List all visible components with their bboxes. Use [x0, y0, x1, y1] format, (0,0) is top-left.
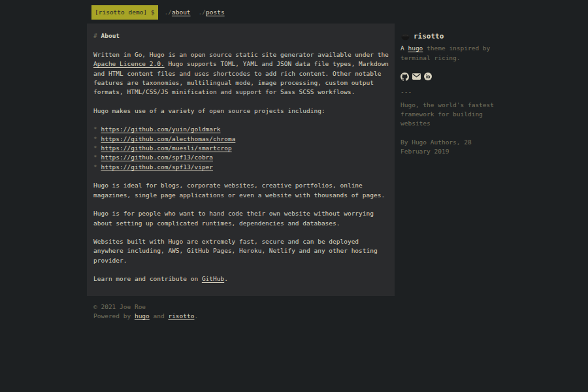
text-segment: .	[224, 275, 228, 282]
link-https-github-com-yuin-goldmark[interactable]: https://github.com/yuin/goldmark	[101, 125, 220, 133]
prompt-badge: [risotto demo] $	[91, 5, 158, 20]
heading-hash: #	[93, 32, 97, 39]
text-segment: Written in Go, Hugo is an open source st…	[93, 51, 389, 58]
link-risotto[interactable]: risotto	[168, 312, 194, 319]
text-segment: Hugo makes use of a variety of open sour…	[93, 107, 325, 114]
sidebar-title-row: risotto	[400, 31, 501, 41]
nav-label-posts: posts	[206, 8, 225, 16]
social-links-row	[400, 72, 501, 81]
nav-label-about: about	[172, 8, 191, 16]
main-content-panel: # About Written in Go, Hugo is an open s…	[87, 24, 395, 295]
bullet: *	[93, 144, 97, 152]
link-https-github-com-alecthomas-chroma[interactable]: https://github.com/alecthomas/chroma	[101, 135, 235, 142]
sidebar-site-title: risotto	[414, 32, 444, 41]
page: [risotto demo] $ ./about ./posts # About…	[0, 5, 588, 321]
footer: © 2021 Joe Roe Powered by hugo and risot…	[93, 302, 588, 321]
bullet: *	[93, 125, 97, 133]
sidebar-divider: ---	[400, 88, 501, 97]
paragraph-ideal-for: Hugo is ideal for blogs, corporate websi…	[93, 181, 391, 200]
top-navigation: [risotto demo] $ ./about ./posts	[91, 5, 588, 20]
link-github[interactable]: GitHub	[202, 275, 224, 282]
list-item: *https://github.com/muesli/smartcrop	[93, 144, 391, 153]
copyright-text: © 2021 Joe Roe	[93, 302, 588, 312]
text-segment: .	[194, 312, 198, 319]
rice-bowl-avatar-icon	[400, 31, 410, 41]
list-item: *https://github.com/alecthomas/chroma	[93, 135, 391, 144]
mail-icon[interactable]	[412, 73, 421, 80]
list-item: *https://github.com/spf13/viper	[93, 163, 391, 172]
paragraph-hand-code: Hugo is for people who want to hand code…	[93, 209, 391, 228]
link-https-github-com-muesli-smartcrop[interactable]: https://github.com/muesli/smartcrop	[101, 144, 231, 152]
powered-by-text: Powered by hugo and risotto.	[93, 312, 588, 321]
sidebar: risotto A hugo theme inspired by termina…	[400, 24, 501, 156]
text-segment: Websites built with Hugo are extremely f…	[93, 238, 378, 264]
orcid-icon[interactable]	[424, 73, 432, 80]
sidebar-byline: By Hugo Authors, 28 February 2019	[400, 138, 501, 157]
link-https-github-com-spf13-viper[interactable]: https://github.com/spf13/viper	[101, 163, 213, 171]
heading-text: About	[101, 32, 120, 39]
text-segment: A	[400, 44, 408, 52]
nav-link-posts[interactable]: ./posts	[199, 8, 225, 17]
list-item: *https://github.com/spf13/cobra	[93, 153, 391, 162]
list-item: *https://github.com/yuin/goldmark	[93, 125, 391, 134]
bullet: *	[93, 135, 97, 142]
github-icon[interactable]	[400, 73, 409, 81]
bullet: *	[93, 154, 97, 161]
project-links-list: *https://github.com/yuin/goldmark*https:…	[93, 125, 391, 172]
text-segment: Learn more and contribute on	[93, 275, 202, 282]
sidebar-description: A hugo theme inspired by terminal ricing…	[400, 44, 501, 63]
text-segment: and	[150, 312, 169, 319]
paragraph-learn-more: Learn more and contribute on GitHub.	[93, 274, 391, 284]
link-hugo[interactable]: hugo	[408, 44, 423, 52]
paragraph-projects-intro: Hugo makes use of a variety of open sour…	[93, 106, 391, 116]
nav-prefix: ./	[165, 8, 172, 16]
text-segment: Hugo is ideal for blogs, corporate websi…	[93, 182, 385, 198]
link-apache-licence-2-0[interactable]: Apache Licence 2.0.	[93, 60, 165, 67]
paragraph-deploy: Websites built with Hugo are extremely f…	[93, 237, 391, 265]
sidebar-tagline: Hugo, the world's fastest framework for …	[400, 101, 501, 129]
nav-link-about[interactable]: ./about	[165, 8, 191, 17]
link-hugo[interactable]: hugo	[135, 312, 150, 319]
link-https-github-com-spf13-cobra[interactable]: https://github.com/spf13/cobra	[101, 154, 213, 161]
text-segment: Powered by	[93, 312, 135, 319]
text-segment: Hugo is for people who want to hand code…	[93, 210, 374, 226]
paragraph-intro: Written in Go, Hugo is an open source st…	[93, 50, 391, 97]
bullet: *	[93, 163, 97, 171]
content-layout: # About Written in Go, Hugo is an open s…	[87, 24, 501, 295]
page-title: # About	[93, 31, 391, 41]
nav-prefix: ./	[199, 8, 206, 16]
